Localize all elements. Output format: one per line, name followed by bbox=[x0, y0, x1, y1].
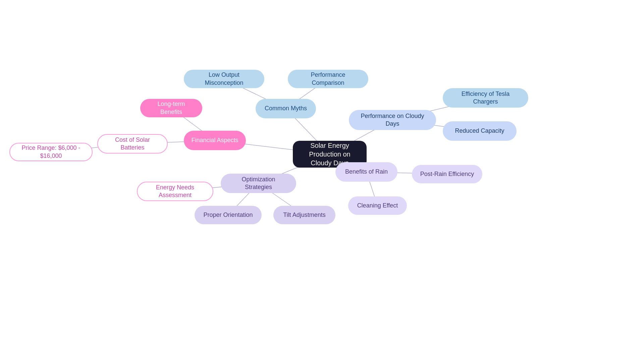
performance-cloudy-label: Performance on Cloudy Days bbox=[356, 112, 429, 128]
optimization-strategies-label: Optimization Strategies bbox=[228, 176, 289, 191]
tilt-adjustments-label: Tilt Adjustments bbox=[283, 211, 325, 219]
benefits-rain-label: Benefits of Rain bbox=[345, 168, 388, 176]
energy-needs-label: Energy Needs Assessment bbox=[145, 184, 205, 199]
optimization-strategies-node[interactable]: Optimization Strategies bbox=[221, 174, 296, 193]
reduced-capacity-node[interactable]: Reduced Capacity bbox=[443, 121, 517, 141]
low-output-node[interactable]: Low Output Misconception bbox=[184, 70, 264, 88]
long-term-benefits-node[interactable]: Long-term Benefits bbox=[140, 99, 202, 117]
low-output-label: Low Output Misconception bbox=[191, 71, 257, 87]
long-term-benefits-label: Long-term Benefits bbox=[148, 100, 195, 116]
energy-needs-node[interactable]: Energy Needs Assessment bbox=[137, 182, 213, 201]
price-range-label: Price Range: $6,000 - $16,000 bbox=[17, 144, 85, 160]
cleaning-effect-node[interactable]: Cleaning Effect bbox=[348, 196, 407, 215]
cost-solar-batteries-node[interactable]: Cost of Solar Batteries bbox=[97, 134, 168, 154]
financial-aspects-node[interactable]: Financial Aspects bbox=[184, 131, 246, 150]
performance-comparison-label: Performance Comparison bbox=[295, 71, 361, 87]
efficiency-tesla-label: Efficiency of Tesla Chargers bbox=[450, 90, 521, 106]
common-myths-node[interactable]: Common Myths bbox=[256, 99, 316, 118]
efficiency-tesla-node[interactable]: Efficiency of Tesla Chargers bbox=[443, 88, 528, 108]
reduced-capacity-label: Reduced Capacity bbox=[455, 127, 504, 135]
benefits-rain-node[interactable]: Benefits of Rain bbox=[335, 162, 397, 182]
performance-comparison-node[interactable]: Performance Comparison bbox=[288, 70, 368, 88]
common-myths-label: Common Myths bbox=[265, 105, 307, 112]
cleaning-effect-label: Cleaning Effect bbox=[357, 202, 398, 209]
performance-cloudy-node[interactable]: Performance on Cloudy Days bbox=[349, 110, 436, 130]
financial-aspects-label: Financial Aspects bbox=[191, 136, 238, 144]
proper-orientation-label: Proper Orientation bbox=[203, 211, 253, 219]
post-rain-label: Post-Rain Efficiency bbox=[420, 170, 474, 178]
post-rain-node[interactable]: Post-Rain Efficiency bbox=[412, 165, 482, 183]
tilt-adjustments-node[interactable]: Tilt Adjustments bbox=[273, 206, 335, 224]
price-range-node[interactable]: Price Range: $6,000 - $16,000 bbox=[9, 143, 93, 161]
proper-orientation-node[interactable]: Proper Orientation bbox=[195, 206, 262, 224]
cost-solar-batteries-label: Cost of Solar Batteries bbox=[105, 136, 160, 152]
